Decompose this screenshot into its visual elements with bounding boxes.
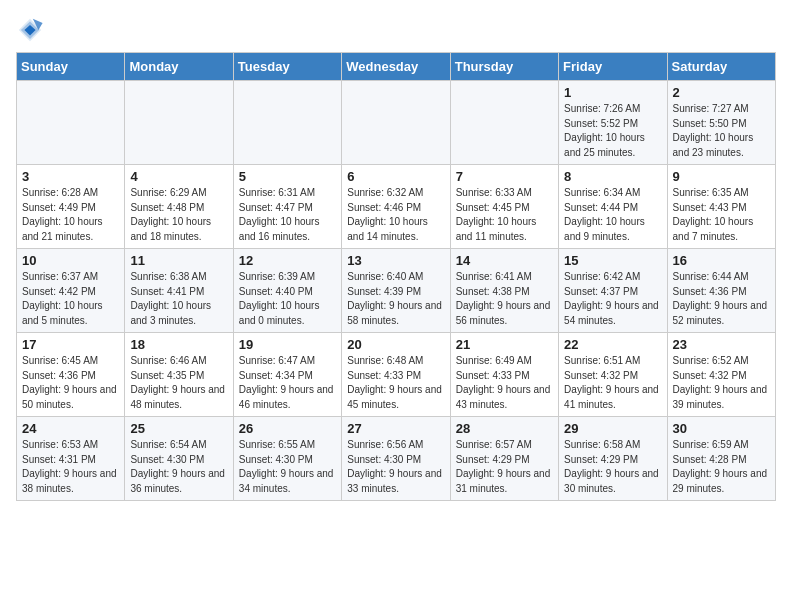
weekday-header-cell: Saturday [667, 53, 775, 81]
day-number: 4 [130, 169, 227, 184]
weekday-header-cell: Wednesday [342, 53, 450, 81]
day-info: Sunrise: 6:55 AM Sunset: 4:30 PM Dayligh… [239, 438, 336, 496]
day-info: Sunrise: 6:44 AM Sunset: 4:36 PM Dayligh… [673, 270, 770, 328]
calendar-cell: 8Sunrise: 6:34 AM Sunset: 4:44 PM Daylig… [559, 165, 667, 249]
day-info: Sunrise: 6:57 AM Sunset: 4:29 PM Dayligh… [456, 438, 553, 496]
calendar-cell: 5Sunrise: 6:31 AM Sunset: 4:47 PM Daylig… [233, 165, 341, 249]
calendar-cell: 6Sunrise: 6:32 AM Sunset: 4:46 PM Daylig… [342, 165, 450, 249]
calendar-cell: 17Sunrise: 6:45 AM Sunset: 4:36 PM Dayli… [17, 333, 125, 417]
day-number: 28 [456, 421, 553, 436]
day-info: Sunrise: 6:38 AM Sunset: 4:41 PM Dayligh… [130, 270, 227, 328]
day-info: Sunrise: 6:41 AM Sunset: 4:38 PM Dayligh… [456, 270, 553, 328]
day-number: 14 [456, 253, 553, 268]
calendar-cell [342, 81, 450, 165]
day-info: Sunrise: 6:48 AM Sunset: 4:33 PM Dayligh… [347, 354, 444, 412]
calendar-week-row: 1Sunrise: 7:26 AM Sunset: 5:52 PM Daylig… [17, 81, 776, 165]
day-number: 16 [673, 253, 770, 268]
day-number: 5 [239, 169, 336, 184]
calendar-week-row: 17Sunrise: 6:45 AM Sunset: 4:36 PM Dayli… [17, 333, 776, 417]
header [16, 16, 776, 44]
calendar-cell: 7Sunrise: 6:33 AM Sunset: 4:45 PM Daylig… [450, 165, 558, 249]
calendar-cell: 22Sunrise: 6:51 AM Sunset: 4:32 PM Dayli… [559, 333, 667, 417]
day-number: 18 [130, 337, 227, 352]
day-info: Sunrise: 6:32 AM Sunset: 4:46 PM Dayligh… [347, 186, 444, 244]
calendar-cell: 12Sunrise: 6:39 AM Sunset: 4:40 PM Dayli… [233, 249, 341, 333]
day-number: 26 [239, 421, 336, 436]
day-number: 20 [347, 337, 444, 352]
calendar-body: 1Sunrise: 7:26 AM Sunset: 5:52 PM Daylig… [17, 81, 776, 501]
calendar-cell: 25Sunrise: 6:54 AM Sunset: 4:30 PM Dayli… [125, 417, 233, 501]
day-number: 21 [456, 337, 553, 352]
calendar-week-row: 10Sunrise: 6:37 AM Sunset: 4:42 PM Dayli… [17, 249, 776, 333]
day-info: Sunrise: 6:51 AM Sunset: 4:32 PM Dayligh… [564, 354, 661, 412]
calendar: SundayMondayTuesdayWednesdayThursdayFrid… [16, 52, 776, 501]
day-number: 12 [239, 253, 336, 268]
day-info: Sunrise: 6:59 AM Sunset: 4:28 PM Dayligh… [673, 438, 770, 496]
weekday-header-row: SundayMondayTuesdayWednesdayThursdayFrid… [17, 53, 776, 81]
calendar-cell: 23Sunrise: 6:52 AM Sunset: 4:32 PM Dayli… [667, 333, 775, 417]
calendar-week-row: 3Sunrise: 6:28 AM Sunset: 4:49 PM Daylig… [17, 165, 776, 249]
day-number: 1 [564, 85, 661, 100]
calendar-cell: 30Sunrise: 6:59 AM Sunset: 4:28 PM Dayli… [667, 417, 775, 501]
calendar-cell: 1Sunrise: 7:26 AM Sunset: 5:52 PM Daylig… [559, 81, 667, 165]
weekday-header-cell: Monday [125, 53, 233, 81]
day-number: 17 [22, 337, 119, 352]
day-info: Sunrise: 6:37 AM Sunset: 4:42 PM Dayligh… [22, 270, 119, 328]
day-number: 24 [22, 421, 119, 436]
calendar-cell: 3Sunrise: 6:28 AM Sunset: 4:49 PM Daylig… [17, 165, 125, 249]
day-info: Sunrise: 6:47 AM Sunset: 4:34 PM Dayligh… [239, 354, 336, 412]
calendar-cell: 14Sunrise: 6:41 AM Sunset: 4:38 PM Dayli… [450, 249, 558, 333]
calendar-cell: 24Sunrise: 6:53 AM Sunset: 4:31 PM Dayli… [17, 417, 125, 501]
calendar-cell [233, 81, 341, 165]
calendar-cell: 16Sunrise: 6:44 AM Sunset: 4:36 PM Dayli… [667, 249, 775, 333]
calendar-cell: 28Sunrise: 6:57 AM Sunset: 4:29 PM Dayli… [450, 417, 558, 501]
day-info: Sunrise: 6:33 AM Sunset: 4:45 PM Dayligh… [456, 186, 553, 244]
day-number: 9 [673, 169, 770, 184]
day-number: 29 [564, 421, 661, 436]
day-info: Sunrise: 6:45 AM Sunset: 4:36 PM Dayligh… [22, 354, 119, 412]
day-number: 27 [347, 421, 444, 436]
day-info: Sunrise: 6:53 AM Sunset: 4:31 PM Dayligh… [22, 438, 119, 496]
calendar-week-row: 24Sunrise: 6:53 AM Sunset: 4:31 PM Dayli… [17, 417, 776, 501]
weekday-header-cell: Tuesday [233, 53, 341, 81]
day-info: Sunrise: 7:27 AM Sunset: 5:50 PM Dayligh… [673, 102, 770, 160]
day-info: Sunrise: 6:39 AM Sunset: 4:40 PM Dayligh… [239, 270, 336, 328]
day-number: 15 [564, 253, 661, 268]
calendar-cell: 9Sunrise: 6:35 AM Sunset: 4:43 PM Daylig… [667, 165, 775, 249]
calendar-cell: 27Sunrise: 6:56 AM Sunset: 4:30 PM Dayli… [342, 417, 450, 501]
calendar-cell [17, 81, 125, 165]
calendar-cell: 13Sunrise: 6:40 AM Sunset: 4:39 PM Dayli… [342, 249, 450, 333]
calendar-cell: 18Sunrise: 6:46 AM Sunset: 4:35 PM Dayli… [125, 333, 233, 417]
day-info: Sunrise: 6:54 AM Sunset: 4:30 PM Dayligh… [130, 438, 227, 496]
calendar-cell: 15Sunrise: 6:42 AM Sunset: 4:37 PM Dayli… [559, 249, 667, 333]
day-info: Sunrise: 6:31 AM Sunset: 4:47 PM Dayligh… [239, 186, 336, 244]
calendar-cell: 2Sunrise: 7:27 AM Sunset: 5:50 PM Daylig… [667, 81, 775, 165]
day-info: Sunrise: 6:28 AM Sunset: 4:49 PM Dayligh… [22, 186, 119, 244]
day-info: Sunrise: 6:49 AM Sunset: 4:33 PM Dayligh… [456, 354, 553, 412]
logo [16, 16, 48, 44]
day-number: 10 [22, 253, 119, 268]
day-number: 8 [564, 169, 661, 184]
calendar-cell: 10Sunrise: 6:37 AM Sunset: 4:42 PM Dayli… [17, 249, 125, 333]
day-info: Sunrise: 6:29 AM Sunset: 4:48 PM Dayligh… [130, 186, 227, 244]
day-number: 19 [239, 337, 336, 352]
day-number: 6 [347, 169, 444, 184]
calendar-cell: 21Sunrise: 6:49 AM Sunset: 4:33 PM Dayli… [450, 333, 558, 417]
day-number: 7 [456, 169, 553, 184]
weekday-header-cell: Sunday [17, 53, 125, 81]
calendar-cell: 11Sunrise: 6:38 AM Sunset: 4:41 PM Dayli… [125, 249, 233, 333]
day-number: 23 [673, 337, 770, 352]
day-number: 22 [564, 337, 661, 352]
day-number: 13 [347, 253, 444, 268]
day-info: Sunrise: 6:46 AM Sunset: 4:35 PM Dayligh… [130, 354, 227, 412]
calendar-cell: 26Sunrise: 6:55 AM Sunset: 4:30 PM Dayli… [233, 417, 341, 501]
calendar-cell: 4Sunrise: 6:29 AM Sunset: 4:48 PM Daylig… [125, 165, 233, 249]
day-info: Sunrise: 6:42 AM Sunset: 4:37 PM Dayligh… [564, 270, 661, 328]
day-info: Sunrise: 6:56 AM Sunset: 4:30 PM Dayligh… [347, 438, 444, 496]
weekday-header-cell: Friday [559, 53, 667, 81]
day-info: Sunrise: 6:52 AM Sunset: 4:32 PM Dayligh… [673, 354, 770, 412]
calendar-cell [450, 81, 558, 165]
calendar-cell: 20Sunrise: 6:48 AM Sunset: 4:33 PM Dayli… [342, 333, 450, 417]
day-number: 25 [130, 421, 227, 436]
day-info: Sunrise: 6:58 AM Sunset: 4:29 PM Dayligh… [564, 438, 661, 496]
